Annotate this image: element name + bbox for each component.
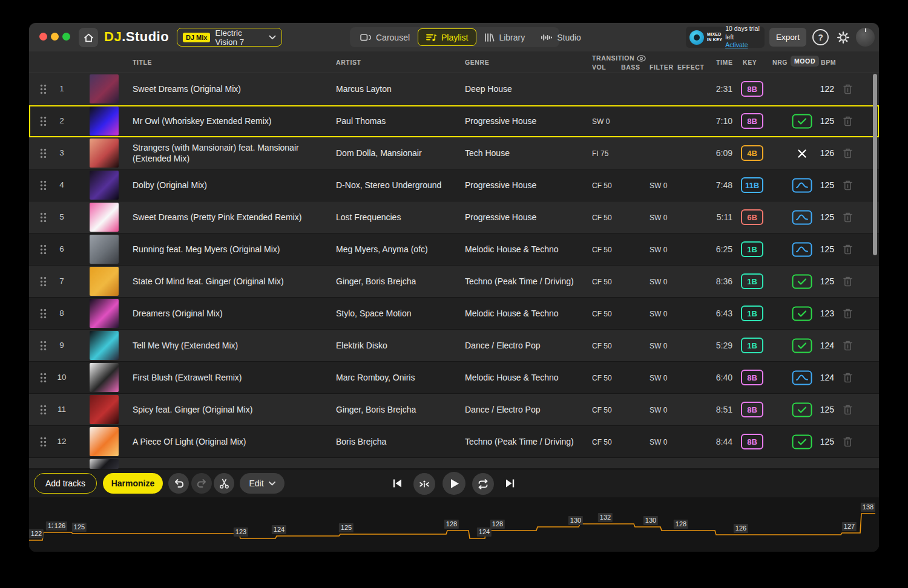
transition-vol-value[interactable]: SW 0 <box>592 117 634 126</box>
drag-handle[interactable] <box>40 84 47 96</box>
add-tracks-button[interactable]: Add tracks <box>34 473 97 494</box>
col-effect[interactable]: EFFECT <box>677 64 704 71</box>
transition-vol-value[interactable]: CF 50 <box>592 278 634 286</box>
bpm-timeline[interactable]: 1221211261251231241251281241281301321301… <box>29 497 879 552</box>
col-vol[interactable]: VOL <box>592 64 606 71</box>
transition-filter-value[interactable]: SW 0 <box>650 438 692 446</box>
jump-to-transition-button[interactable] <box>413 473 435 495</box>
delete-track-button[interactable] <box>843 180 855 192</box>
track-row[interactable]: 6 Running feat. Meg Myers (Original Mix)… <box>29 234 879 266</box>
cut-button[interactable] <box>214 473 234 494</box>
user-avatar[interactable] <box>856 28 875 47</box>
transition-vol-value[interactable]: CF 50 <box>592 310 634 318</box>
col-key[interactable]: KEY <box>743 59 757 66</box>
track-row[interactable]: 12 A Piece Of Light (Original Mix) Boris… <box>29 426 879 458</box>
close-window-button[interactable] <box>39 33 47 41</box>
track-row[interactable]: 11 Spicy feat. Ginger (Original Mix) Gin… <box>29 394 879 426</box>
track-row-partial[interactable] <box>29 458 879 469</box>
delete-track-button[interactable] <box>843 116 855 128</box>
track-row[interactable]: 5 Sweet Dreams (Pretty Pink Extended Rem… <box>29 201 879 234</box>
transition-filter-value[interactable]: SW 0 <box>650 342 692 350</box>
loop-button[interactable] <box>472 473 494 495</box>
delete-track-button[interactable] <box>843 212 855 224</box>
transition-filter-value[interactable]: SW 0 <box>650 246 692 254</box>
delete-track-button[interactable] <box>843 244 855 256</box>
col-filter[interactable]: FILTER <box>650 64 674 71</box>
minimize-window-button[interactable] <box>51 33 59 41</box>
previous-track-button[interactable] <box>392 479 403 488</box>
scrollbar[interactable] <box>873 74 877 255</box>
edit-menu-button[interactable]: Edit <box>240 473 285 494</box>
col-transition[interactable]: TRANSITION <box>592 54 646 63</box>
delete-track-button[interactable] <box>843 276 855 288</box>
drag-handle[interactable] <box>40 212 47 224</box>
next-track-button[interactable] <box>505 479 515 488</box>
col-nrg[interactable]: NRG <box>772 59 788 66</box>
drag-handle[interactable] <box>40 405 47 417</box>
track-row[interactable]: 3 Strangers (with Mansionair) feat. Mans… <box>29 137 879 169</box>
tab-playlist[interactable]: Playlist <box>418 28 476 46</box>
delete-track-button[interactable] <box>843 404 855 416</box>
tab-carousel[interactable]: Carousel <box>352 28 418 46</box>
activate-link[interactable]: Activate <box>725 41 748 48</box>
delete-track-button[interactable] <box>843 83 855 96</box>
transition-filter-value[interactable]: SW 0 <box>650 181 692 190</box>
undo-button[interactable] <box>168 473 189 494</box>
delete-track-button[interactable] <box>843 436 855 448</box>
transition-filter-value[interactable]: SW 0 <box>650 214 692 222</box>
delete-track-button[interactable] <box>843 340 855 352</box>
transition-vol-value[interactable]: CF 50 <box>592 342 634 350</box>
transition-filter-value[interactable]: SW 0 <box>650 374 692 382</box>
drag-handle[interactable] <box>40 276 47 289</box>
track-row[interactable]: 2 Mr Owl (Whoriskey Extended Remix) Paul… <box>29 105 879 137</box>
help-button[interactable]: ? <box>812 29 829 45</box>
transition-filter-value[interactable]: SW 0 <box>650 310 692 318</box>
transition-vol-value[interactable]: FI 75 <box>592 149 634 158</box>
drag-handle[interactable] <box>40 341 47 353</box>
transition-filter-value[interactable]: SW 0 <box>650 278 692 286</box>
track-artist: Boris Brejcha <box>336 437 460 446</box>
track-row[interactable]: 4 Dolby (Original Mix) D-Nox, Stereo Und… <box>29 169 879 201</box>
transition-filter-value[interactable]: SW 0 <box>650 406 692 414</box>
track-row[interactable]: 9 Tell Me Why (Extended Mix) Elektrik Di… <box>29 330 879 362</box>
redo-button[interactable] <box>191 473 212 494</box>
track-row[interactable]: 7 State Of Mind feat. Ginger (Original M… <box>29 266 879 298</box>
col-artist[interactable]: ARTIST <box>336 59 361 66</box>
transition-vol-value[interactable]: CF 50 <box>592 246 634 254</box>
delete-track-button[interactable] <box>843 308 855 320</box>
drag-handle[interactable] <box>40 373 47 385</box>
drag-handle[interactable] <box>40 309 47 321</box>
transition-vol-value[interactable]: CF 50 <box>592 406 634 414</box>
col-title[interactable]: TITLE <box>133 59 152 66</box>
harmonize-button[interactable]: Harmonize <box>103 473 163 494</box>
delete-track-button[interactable] <box>843 372 855 384</box>
tab-studio[interactable]: Studio <box>533 28 589 46</box>
col-genre[interactable]: GENRE <box>465 59 489 66</box>
home-button[interactable] <box>79 28 98 47</box>
track-row[interactable]: 1 Sweet Dreams (Original Mix) Marcus Lay… <box>29 73 879 105</box>
delete-track-button[interactable] <box>843 148 855 160</box>
transition-vol-value[interactable]: CF 50 <box>592 181 634 190</box>
eye-icon[interactable] <box>637 55 646 63</box>
drag-handle[interactable] <box>40 148 47 160</box>
track-row[interactable]: 8 Dreamers (Original Mix) Stylo, Space M… <box>29 298 879 330</box>
col-bass[interactable]: BASS <box>621 64 640 71</box>
transition-vol-value[interactable]: CF 50 <box>592 438 634 446</box>
settings-button[interactable] <box>835 29 851 45</box>
drag-handle[interactable] <box>40 116 47 128</box>
play-button[interactable] <box>442 472 466 495</box>
col-time[interactable]: TIME <box>716 59 732 66</box>
zoom-window-button[interactable] <box>62 33 70 41</box>
col-mood[interactable]: MOOD <box>791 56 819 67</box>
drag-handle[interactable] <box>40 180 47 192</box>
transition-vol-value[interactable]: CF 50 <box>592 374 634 382</box>
col-bpm[interactable]: BPM <box>821 59 836 66</box>
track-row[interactable]: 10 First Blush (Extrawelt Remix) Marc Ro… <box>29 362 879 394</box>
drag-handle[interactable] <box>40 244 47 256</box>
transition-vol-value[interactable]: CF 50 <box>592 214 634 222</box>
export-button[interactable]: Export <box>769 28 806 47</box>
mix-selector-dropdown[interactable]: DJ Mix Electric Vision 7 <box>177 28 282 47</box>
drag-handle[interactable] <box>40 437 47 449</box>
tab-library[interactable]: Library <box>476 28 533 46</box>
drag-dots-icon <box>40 341 47 351</box>
